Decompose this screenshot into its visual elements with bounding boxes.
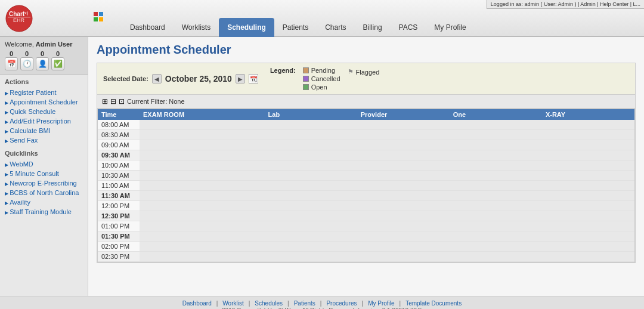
filter-icon-1[interactable]: ⊞ (102, 97, 108, 106)
data-cell (542, 231, 634, 242)
data-cell (450, 242, 542, 252)
data-cell (542, 242, 634, 252)
check-icon[interactable]: ✅ (51, 57, 64, 70)
prev-date-button[interactable]: ◀ (152, 74, 162, 84)
filter-icon-3[interactable]: ⊡ (119, 97, 125, 106)
nav-billing[interactable]: Billing (355, 18, 391, 37)
table-row[interactable]: 11:30 AM (98, 191, 634, 201)
table-row[interactable]: 10:30 AM (98, 171, 634, 181)
flag-icon: ⚑ (348, 68, 354, 76)
counter-0: 0 📅 (5, 50, 18, 70)
icon-row: 0 📅 0 🕐 0 👤 0 ✅ (5, 50, 83, 70)
sidebar-5min-consult[interactable]: 5 Minute Consult (5, 169, 83, 178)
col-provider: Provider (357, 109, 450, 120)
footer-link-dashboard[interactable]: Dashboard (182, 300, 212, 307)
svg-rect-7 (94, 17, 98, 21)
data-cell (265, 221, 357, 231)
nav-worklists[interactable]: Worklists (174, 18, 219, 37)
apps-icon[interactable] (93, 11, 104, 23)
data-cell (542, 160, 634, 171)
sidebar-calculate-bmi[interactable]: Calculate BMI (5, 126, 83, 135)
data-cell (140, 221, 265, 231)
data-cell (357, 140, 450, 150)
col-xray: X-RAY (542, 109, 634, 120)
data-cell (265, 231, 357, 242)
sidebar-availity[interactable]: Availity (5, 197, 83, 207)
nav-dashboard[interactable]: Dashboard (122, 18, 174, 37)
calendar-picker-icon[interactable]: 📆 (249, 74, 258, 84)
footer-link-patients[interactable]: Patients (294, 300, 315, 307)
cancelled-color-box (303, 76, 309, 82)
data-cell (265, 160, 357, 171)
sidebar-send-fax[interactable]: Send Fax (5, 135, 83, 145)
table-row[interactable]: 09:30 AM (98, 150, 634, 160)
time-cell: 09:00 AM (98, 140, 140, 150)
data-cell (140, 242, 265, 252)
data-cell (357, 191, 450, 201)
sidebar-appointment-scheduler[interactable]: Appointment Scheduler (5, 97, 83, 107)
footer-link-my-profile[interactable]: My Profile (368, 300, 394, 307)
user-icon[interactable]: 👤 (36, 57, 49, 70)
sidebar-newcrop[interactable]: Newcrop E-Prescribing (5, 178, 83, 188)
footer-link-template-documents[interactable]: Template Documents (405, 300, 462, 307)
data-cell (542, 140, 634, 150)
data-cell (357, 150, 450, 160)
data-cell (450, 140, 542, 150)
table-row[interactable]: 02:30 PM (98, 252, 634, 262)
data-cell (357, 221, 450, 231)
welcome-text: Welcome, Admin User (5, 41, 83, 48)
svg-text:EHR: EHR (13, 17, 25, 23)
data-cell (542, 150, 634, 160)
actions-section: Actions Register Patient Appointment Sch… (0, 75, 88, 146)
time-cell: 11:00 AM (98, 181, 140, 191)
table-row[interactable]: 11:00 AM (98, 181, 634, 191)
clock-icon[interactable]: 🕐 (20, 57, 33, 70)
data-cell (140, 191, 265, 201)
sidebar-quick-schedule[interactable]: Quick Schedule (5, 107, 83, 116)
table-row[interactable]: 12:00 PM (98, 201, 634, 211)
footer-link-schedules[interactable]: Schedules (255, 300, 283, 307)
data-cell (265, 201, 357, 211)
nav-pacs[interactable]: PACS (391, 18, 426, 37)
footer-link-procedures[interactable]: Procedures (326, 300, 357, 307)
table-row[interactable]: 01:30 PM (98, 231, 634, 242)
filter-icon-2[interactable]: ⊟ (110, 97, 116, 106)
top-bar: Chart (x) EHR Dashboard Worklists Schedu… (0, 0, 644, 37)
calendar-icon[interactable]: 📅 (5, 57, 18, 70)
sidebar-register-patient[interactable]: Register Patient (5, 88, 83, 97)
filter-bar: ⊞ ⊟ ⊡ Current Filter: None (97, 95, 635, 109)
data-cell (450, 252, 542, 262)
data-cell (140, 181, 265, 191)
table-row[interactable]: 10:00 AM (98, 160, 634, 171)
table-row[interactable]: 08:30 AM (98, 130, 634, 140)
sidebar-staff-training[interactable]: Staff Training Module (5, 207, 83, 217)
data-cell (450, 211, 542, 221)
nav-charts[interactable]: Charts (317, 18, 354, 37)
legend-title: Legend: (270, 67, 296, 74)
footer-link-worklist[interactable]: Worklist (222, 300, 243, 307)
sidebar-add-edit-prescription[interactable]: Add/Edit Prescription (5, 116, 83, 126)
nav-myprofile[interactable]: My Profile (426, 18, 474, 37)
flagged-section: ⚑ Flagged (348, 68, 380, 76)
open-label: Open (311, 84, 327, 91)
data-cell (265, 130, 357, 140)
col-lab: Lab (265, 109, 357, 120)
table-row[interactable]: 08:00 AM (98, 120, 634, 130)
selected-date: October 25, 2010 (165, 74, 232, 84)
next-date-button[interactable]: ▶ (236, 74, 245, 84)
filter-text: Current Filter: None (127, 98, 185, 105)
table-row[interactable]: 01:00 PM (98, 221, 634, 231)
table-row[interactable]: 12:30 PM (98, 211, 634, 221)
data-cell (542, 201, 634, 211)
table-row[interactable]: 02:00 PM (98, 242, 634, 252)
appointment-header: Selected Date: ◀ October 25, 2010 ▶ 📆 Le… (97, 63, 635, 95)
sidebar-webmd[interactable]: WebMD (5, 159, 83, 169)
nav-scheduling[interactable]: Scheduling (219, 18, 274, 37)
actions-title: Actions (5, 78, 83, 85)
schedule-table-container[interactable]: Time EXAM ROOM Lab Provider One X-RAY 08… (97, 109, 635, 262)
sidebar-bcbs[interactable]: BCBS of North Carolina (5, 188, 83, 197)
nav-patients[interactable]: Patients (274, 18, 317, 37)
table-row[interactable]: 09:00 AM (98, 140, 634, 150)
data-cell (140, 252, 265, 262)
data-cell (450, 221, 542, 231)
